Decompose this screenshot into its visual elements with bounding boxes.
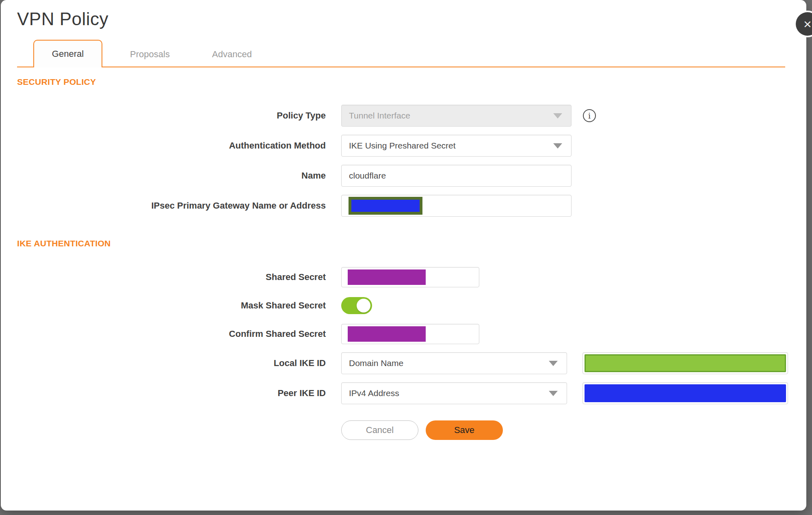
- gateway-row: IPsec Primary Gateway Name or Address: [17, 195, 806, 217]
- shared-secret-row: Shared Secret: [17, 267, 806, 287]
- cancel-button-label: Cancel: [366, 425, 394, 435]
- confirm-shared-secret-label: Confirm Shared Secret: [17, 329, 326, 339]
- tab-proposals[interactable]: Proposals: [115, 41, 184, 67]
- gateway-label: IPsec Primary Gateway Name or Address: [17, 200, 326, 211]
- local-ike-id-row: Local IKE ID Domain Name: [17, 352, 806, 374]
- chevron-down-icon: [553, 143, 562, 149]
- shared-secret-label: Shared Secret: [17, 272, 326, 282]
- tab-advanced-label: Advanced: [212, 49, 252, 60]
- tab-general-label: General: [52, 49, 84, 59]
- mask-shared-secret-label: Mask Shared Secret: [17, 300, 326, 311]
- gateway-input[interactable]: [341, 195, 572, 217]
- redacted-peer-ike-id-value: [585, 384, 786, 402]
- confirm-shared-secret-row: Confirm Shared Secret: [17, 324, 806, 344]
- mask-shared-secret-toggle[interactable]: [341, 297, 372, 314]
- info-icon-glyph: i: [588, 112, 591, 120]
- redacted-shared-secret-value: [348, 269, 426, 285]
- vpn-policy-dialog: VPN Policy General Proposals Advanced SE…: [1, 0, 806, 511]
- name-input[interactable]: [341, 165, 572, 187]
- cancel-button[interactable]: Cancel: [341, 420, 418, 440]
- tab-bar: General Proposals Advanced: [17, 40, 806, 67]
- peer-ike-id-label: Peer IKE ID: [17, 388, 326, 399]
- close-icon: ×: [803, 17, 812, 31]
- ike-authentication-form: Shared Secret Mask Shared Secret Confirm…: [17, 267, 806, 440]
- local-ike-id-label: Local IKE ID: [17, 358, 326, 368]
- redacted-confirm-shared-secret-value: [348, 326, 426, 342]
- shared-secret-input[interactable]: [341, 267, 479, 287]
- chevron-down-icon: [549, 361, 558, 366]
- mask-shared-secret-row: Mask Shared Secret: [17, 295, 806, 316]
- toggle-knob: [357, 299, 370, 312]
- section-heading-ike-authentication: IKE AUTHENTICATION: [17, 239, 806, 248]
- authentication-method-row: Authentication Method IKE Using Preshare…: [17, 135, 806, 157]
- save-button-label: Save: [454, 425, 474, 435]
- tab-proposals-label: Proposals: [130, 49, 170, 60]
- authentication-method-select[interactable]: IKE Using Preshared Secret: [341, 135, 572, 157]
- dialog-title: VPN Policy: [17, 9, 806, 29]
- local-ike-id-type-value: Domain Name: [342, 358, 403, 368]
- peer-ike-id-value-input[interactable]: [582, 382, 788, 404]
- chevron-down-icon: [549, 391, 558, 396]
- save-button[interactable]: Save: [426, 420, 503, 440]
- dialog-actions: Cancel Save: [17, 420, 806, 440]
- chevron-down-icon: [553, 113, 562, 119]
- section-heading-security-policy: SECURITY POLICY: [17, 77, 806, 87]
- local-ike-id-type-select[interactable]: Domain Name: [341, 352, 567, 374]
- tab-advanced[interactable]: Advanced: [197, 41, 266, 67]
- policy-type-value: Tunnel Interface: [342, 111, 410, 121]
- name-row: Name: [17, 165, 806, 187]
- policy-type-label: Policy Type: [17, 110, 326, 121]
- confirm-shared-secret-input[interactable]: [341, 324, 479, 344]
- tab-general[interactable]: General: [33, 40, 102, 67]
- security-policy-form: Policy Type Tunnel Interface i Authentic…: [17, 105, 806, 217]
- local-ike-id-value-input[interactable]: [582, 352, 788, 374]
- peer-ike-id-type-select[interactable]: IPv4 Address: [341, 382, 567, 404]
- name-label: Name: [17, 170, 326, 181]
- policy-type-select: Tunnel Interface: [341, 105, 572, 127]
- redacted-local-ike-id-value: [585, 354, 786, 372]
- policy-type-row: Policy Type Tunnel Interface i: [17, 105, 806, 127]
- peer-ike-id-type-value: IPv4 Address: [342, 388, 399, 398]
- authentication-method-value: IKE Using Preshared Secret: [342, 141, 456, 151]
- redacted-gateway-value: [349, 197, 422, 215]
- info-icon[interactable]: i: [583, 109, 596, 122]
- peer-ike-id-row: Peer IKE ID IPv4 Address: [17, 382, 806, 404]
- authentication-method-label: Authentication Method: [17, 140, 326, 151]
